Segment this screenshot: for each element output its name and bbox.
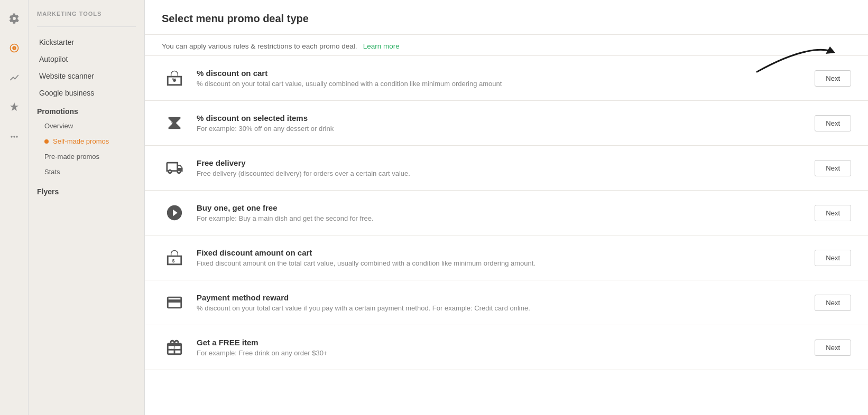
deal-title-percent-items: % discount on selected items [197,114,806,122]
deal-row-percent-cart: % % discount on cart % discount on your … [145,56,868,101]
next-btn-free-item[interactable]: Next [815,339,851,356]
deal-row-free-delivery: Free delivery Free delivery (discounted … [145,146,868,191]
gear-icon[interactable] [4,8,24,29]
sidebar-item-stats[interactable]: Stats [37,165,136,179]
deal-desc-percent-cart: % discount on your total cart value, usu… [197,80,806,88]
percent-items-icon: % [162,110,187,136]
deal-title-free-delivery: Free delivery [197,158,806,167]
active-dot-icon [44,139,49,144]
sidebar-item-kickstarter[interactable]: Kickstarter [37,34,136,50]
next-btn-percent-cart[interactable]: Next [815,70,851,87]
deal-title-percent-cart: % discount on cart [197,69,806,78]
deal-desc-fixed-discount: Fixed discount amount on the total cart … [197,259,806,267]
deal-row-fixed-discount: $ Fixed discount amount on cart Fixed di… [145,235,868,280]
sidebar-item-pre-made-promos-label: Pre-made promos [44,153,99,161]
deal-row-percent-items: % % discount on selected items For examp… [145,101,868,146]
deal-content-percent-cart: % discount on cart % discount on your to… [197,69,806,88]
deal-list: % % discount on cart % discount on your … [145,56,868,415]
sidebar-item-pre-made-promos[interactable]: Pre-made promos [37,149,136,164]
next-btn-bogo[interactable]: Next [815,205,851,221]
more-icon[interactable] [4,127,24,147]
sidebar-flyers-label[interactable]: Flyers [37,187,136,196]
sidebar-promotions-label[interactable]: Promotions [37,107,136,116]
svg-text:%: % [171,120,176,126]
deal-desc-bogo: For example: Buy a main dish and get the… [197,214,806,222]
sidebar-item-overview-label: Overview [44,122,73,130]
sidebar-item-self-made-promos-label: Self-made promos [53,137,109,145]
deal-title-fixed-discount: Fixed discount amount on cart [197,248,806,257]
deal-content-free-item: Get a FREE item For example: Free drink … [197,338,806,357]
subtitle-bar: You can apply various rules & restrictio… [145,35,868,56]
main-header: Select menu promo deal type [145,0,868,35]
sparkle-icon[interactable] [4,97,24,117]
chart-icon[interactable] [4,68,24,88]
page-title: Select menu promo deal type [162,13,851,25]
deal-content-fixed-discount: Fixed discount amount on cart Fixed disc… [197,248,806,267]
bogo-icon [162,200,187,225]
deal-content-percent-items: % discount on selected items For example… [197,114,806,133]
percent-cart-icon: % [162,65,187,91]
sidebar-title: MARKETING TOOLS [37,11,136,17]
next-btn-payment-reward[interactable]: Next [815,295,851,311]
main-content: Select menu promo deal type You can appl… [145,0,868,415]
deal-content-payment-reward: Payment method reward % discount on your… [197,293,806,312]
deal-title-bogo: Buy one, get one free [197,203,806,212]
sidebar-item-overview[interactable]: Overview [37,119,136,133]
deal-content-bogo: Buy one, get one free For example: Buy a… [197,203,806,222]
next-btn-percent-items[interactable]: Next [815,115,851,131]
subtitle-text: You can apply various rules & restrictio… [162,42,357,50]
sidebar-item-google-business[interactable]: Google business [37,85,136,101]
deal-desc-free-item: For example: Free drink on any order $30… [197,349,806,357]
free-item-icon: FREE [162,335,187,360]
deal-desc-percent-items: For example: 30% off on any dessert or d… [197,125,806,133]
sidebar-item-stats-label: Stats [44,168,60,176]
deal-desc-payment-reward: % discount on your total cart value if y… [197,304,806,312]
sidebar: MARKETING TOOLS Kickstarter Autopilot We… [29,0,145,415]
target-icon[interactable] [4,38,24,58]
sidebar-item-autopilot[interactable]: Autopilot [37,51,136,67]
deal-row-payment-reward: Payment method reward % discount on your… [145,280,868,325]
learn-more-link[interactable]: Learn more [363,42,400,50]
svg-text:FREE: FREE [170,346,179,350]
next-btn-free-delivery[interactable]: Next [815,160,851,176]
fixed-discount-icon: $ [162,245,187,270]
deal-desc-free-delivery: Free delivery (discounted delivery) for … [197,169,806,177]
svg-text:$: $ [172,258,175,263]
sidebar-item-self-made-promos[interactable]: Self-made promos [37,134,136,148]
payment-reward-icon [162,290,187,315]
deal-title-free-item: Get a FREE item [197,338,806,347]
sidebar-item-website-scanner[interactable]: Website scanner [37,68,136,84]
svg-text:%: % [172,77,177,82]
deal-row-free-item: FREE Get a FREE item For example: Free d… [145,325,868,370]
free-delivery-icon [162,155,187,181]
deal-row-bogo: Buy one, get one free For example: Buy a… [145,191,868,235]
icon-bar [0,0,29,415]
deal-content-free-delivery: Free delivery Free delivery (discounted … [197,158,806,177]
next-btn-fixed-discount[interactable]: Next [815,250,851,266]
deal-title-payment-reward: Payment method reward [197,293,806,302]
